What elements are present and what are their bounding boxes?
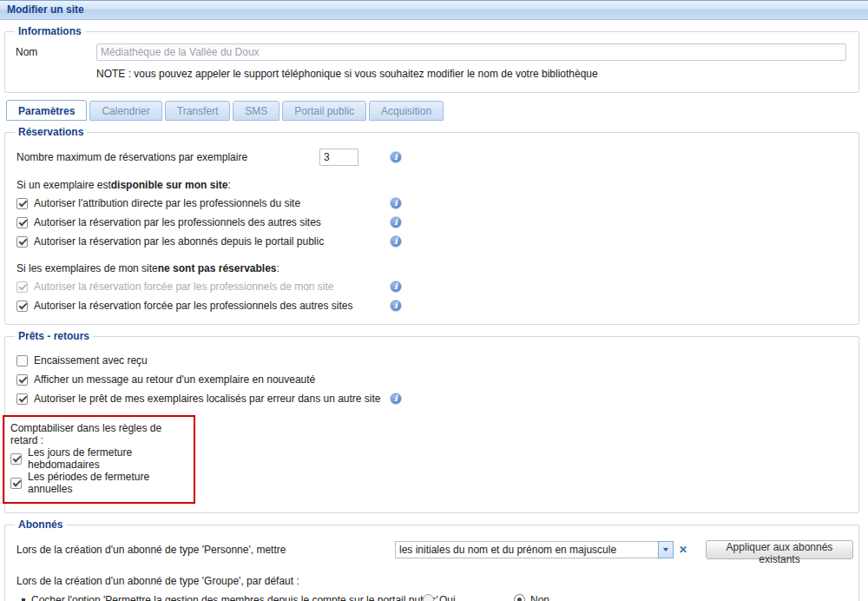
heading-suffix: : [276, 262, 279, 274]
groupe-option-row: Cocher l'option 'Permettre la gestion de… [10, 590, 853, 601]
tab-parametres[interactable]: Paramètres [6, 100, 87, 121]
abonnes-legend: Abonnés [15, 518, 66, 531]
tab-acquisition[interactable]: Acquisition [369, 101, 444, 121]
groupe-option-label: Cocher l'option 'Permettre la gestion de… [31, 594, 437, 601]
checkbox[interactable] [16, 393, 28, 405]
checkbox[interactable] [16, 236, 28, 248]
checkbox-label: Autoriser la réservation par les profess… [34, 216, 321, 228]
heading-suffix: : [227, 179, 230, 191]
tab-transfert[interactable]: Transfert [165, 101, 231, 121]
checkbox-label: Afficher un message au retour d'un exemp… [34, 373, 315, 386]
info-icon[interactable] [390, 300, 402, 312]
checkbox-row: Autoriser la réservation forcée par les … [10, 277, 853, 296]
personne-combo-input[interactable] [395, 541, 658, 558]
checkbox[interactable] [16, 355, 28, 367]
checkbox[interactable] [16, 300, 28, 312]
checkbox-label: Autoriser le prêt de mes exemplaires loc… [34, 393, 381, 405]
tab-sms[interactable]: SMS [233, 101, 279, 121]
tab-calendrier[interactable]: Calendrier [89, 101, 161, 121]
personne-label: Lors de la création d'un abonné de type … [16, 544, 286, 556]
checkbox-label: Les périodes de fermeture annuelles [28, 471, 187, 495]
checkbox-label: Autoriser la réservation forcée par les … [34, 281, 334, 293]
checkbox-label: Encaissement avec reçu [34, 354, 148, 367]
available-heading: Si un exemplaire est disponible sur mon … [10, 176, 853, 194]
max-reservations-input[interactable] [319, 149, 358, 166]
checkbox-row: Les périodes de fermeture annuelles [10, 471, 187, 495]
abonnes-fieldset: Abonnés Lors de la création d'un abonné … [4, 518, 859, 601]
reservations-fieldset: Réservations Nombre maximum de réservati… [4, 126, 859, 325]
groupe-label: Lors de la création d'un abonné de type … [10, 572, 853, 590]
site-name-input[interactable] [96, 43, 846, 61]
checkbox-label: Autoriser l'attribution directe par les … [34, 197, 300, 209]
clear-icon[interactable]: ✕ [676, 541, 690, 558]
note-text: NOTE : vous pouvez appeler le support té… [96, 68, 853, 80]
heading-prefix: Si les exemplaires de mon site [16, 262, 158, 274]
info-icon[interactable] [390, 393, 402, 405]
prets-retours-fieldset: Prêts - retours Encaissement avec reçu A… [4, 330, 859, 513]
radio-option: Oui [423, 594, 456, 601]
checkbox[interactable] [10, 478, 22, 489]
checkbox[interactable] [16, 281, 28, 293]
checkbox-row: Encaissement avec reçu [10, 351, 853, 370]
bullet-icon [22, 598, 25, 601]
heading-bold: disponible sur mon site [111, 179, 228, 191]
apply-existing-button[interactable]: Appliquer aux abonnés existants [706, 540, 853, 559]
tab-strip: Paramètres Calendrier Transfert SMS Port… [6, 100, 868, 121]
reservations-legend: Réservations [15, 126, 87, 138]
max-reservations-label: Nombre maximum de réservations par exemp… [16, 151, 247, 163]
checkbox-row: Autoriser la réservation par les profess… [10, 213, 853, 232]
highlight-annotation-box: Comptabiliser dans les règles de retard … [3, 415, 195, 504]
checkbox-row: Les jours de fermeture hebdomadaires [10, 446, 187, 471]
info-icon[interactable] [390, 151, 402, 163]
checkbox-row: Autoriser le prêt de mes exemplaires loc… [10, 389, 853, 408]
nom-label: Nom [16, 46, 96, 58]
checkbox-label: Les jours de fermeture hebdomadaires [28, 446, 187, 471]
nom-row: Nom [10, 43, 853, 61]
informations-legend: Informations [15, 25, 85, 37]
info-icon[interactable] [390, 281, 402, 293]
checkbox-row: Autoriser l'attribution directe par les … [10, 194, 853, 213]
checkbox[interactable] [16, 374, 28, 386]
checkbox-row: Autoriser la réservation par les abonnés… [10, 232, 853, 251]
radio-button[interactable] [423, 594, 434, 601]
heading-prefix: Si un exemplaire est [16, 179, 111, 191]
radio-button[interactable] [514, 594, 525, 601]
info-icon[interactable] [390, 235, 402, 248]
tab-portail-public[interactable]: Portail public [282, 101, 366, 121]
max-reservations-row: Nombre maximum de réservations par exemp… [10, 147, 853, 168]
heading-bold: ne sont pas réservables [158, 262, 277, 274]
info-icon[interactable] [390, 216, 402, 228]
retard-heading: Comptabiliser dans les règles de retard … [10, 422, 187, 446]
radio-option: Non [514, 594, 549, 601]
not-reservable-heading: Si les exemplaires de mon site ne sont p… [10, 260, 853, 277]
checkbox-label: Autoriser la réservation par les abonnés… [34, 235, 324, 248]
radio-label: Non [530, 594, 549, 601]
window-title-bar: Modifier un site [0, 0, 868, 20]
checkbox[interactable] [16, 217, 28, 228]
checkbox[interactable] [16, 198, 28, 209]
info-icon[interactable] [390, 197, 402, 209]
checkbox-label: Autoriser la réservation forcée par les … [34, 300, 353, 312]
window-title: Modifier un site [7, 3, 84, 16]
personne-row: Lors de la création d'un abonné de type … [10, 539, 853, 560]
prets-retours-legend: Prêts - retours [15, 330, 93, 342]
checkbox-row: Autoriser la réservation forcée par les … [10, 296, 853, 315]
chevron-down-icon[interactable] [658, 541, 674, 558]
informations-fieldset: Informations Nom NOTE : vous pouvez appe… [4, 25, 859, 93]
personne-combobox: ✕ [395, 541, 690, 558]
checkbox-row: Afficher un message au retour d'un exemp… [10, 370, 853, 389]
radio-label: Oui [439, 594, 456, 601]
checkbox[interactable] [10, 453, 22, 465]
